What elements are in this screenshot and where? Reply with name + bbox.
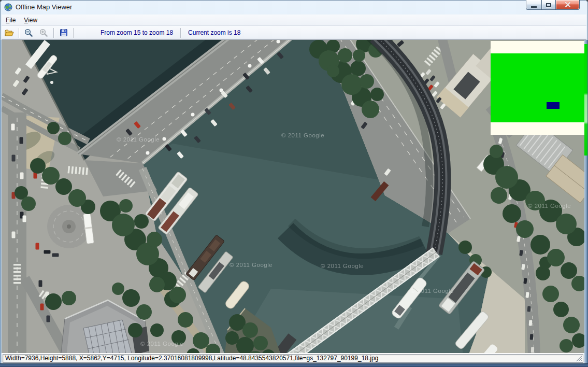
toolbar: From zoom 15 to zoom 18 Current zoom is … <box>2 26 586 40</box>
svg-text:© 2011 Google: © 2011 Google <box>140 341 183 347</box>
window-border-green-reflection <box>584 44 587 156</box>
toolbar-separator <box>19 28 19 38</box>
svg-text:© 2011 Google: © 2011 Google <box>117 136 160 143</box>
minimap-coverage-area <box>491 53 584 122</box>
zoom-in-button[interactable] <box>37 27 51 39</box>
zoom-range-label: From zoom 15 to zoom 18 <box>95 29 178 36</box>
status-text: Width=7936,Height=5888, X=5862,Y=4715, L… <box>5 355 378 362</box>
menu-file[interactable]: File <box>2 15 20 25</box>
open-file-button[interactable] <box>2 27 16 39</box>
minimize-icon <box>531 6 537 8</box>
svg-text:© 2011 Google: © 2011 Google <box>281 132 324 138</box>
open-folder-icon <box>5 29 14 37</box>
status-bar: Width=7936,Height=5888, X=5862,Y=4715, L… <box>2 353 584 363</box>
status-field: Width=7936,Height=5888, X=5862,Y=4715, L… <box>3 354 583 363</box>
maximize-icon <box>546 3 551 7</box>
menu-bar: File View <box>2 15 586 26</box>
svg-text:© 2011 Google: © 2011 Google <box>321 263 364 269</box>
svg-text:© 2011 Google: © 2011 Google <box>230 262 273 268</box>
minimize-button[interactable] <box>526 0 541 10</box>
save-button[interactable] <box>56 27 70 39</box>
window-title: Offline Map Viewer <box>16 3 72 11</box>
resize-grip[interactable] <box>576 355 582 362</box>
app-globe-icon <box>4 3 12 11</box>
toolbar-separator <box>73 28 74 38</box>
minimap-viewport-rect[interactable] <box>547 102 560 109</box>
menu-view[interactable]: View <box>20 15 41 25</box>
zoom-in-icon <box>39 29 48 37</box>
window-controls <box>526 0 580 10</box>
svg-text:© 2011 Google: © 2011 Google <box>528 203 571 209</box>
map-viewport[interactable]: © 2011 Google © 2011 Google © 2011 Googl… <box>2 40 584 354</box>
toolbar-separator <box>53 28 54 38</box>
maximize-button[interactable] <box>541 0 556 10</box>
close-button[interactable] <box>556 0 580 10</box>
window-border-left <box>0 40 2 363</box>
close-icon <box>565 2 571 8</box>
app-window: Offline Map Viewer File View <box>0 0 588 367</box>
svg-text:© 2011 Google: © 2011 Google <box>411 288 454 294</box>
minimap-panel[interactable] <box>491 41 584 135</box>
toolbar-separator <box>180 28 181 38</box>
zoom-out-button[interactable] <box>22 27 36 39</box>
window-border-bottom <box>0 363 588 367</box>
current-zoom-label: Current zoom is 18 <box>183 29 246 36</box>
zoom-out-icon <box>24 29 33 37</box>
save-floppy-icon <box>60 29 68 37</box>
title-bar[interactable]: Offline Map Viewer <box>0 0 588 15</box>
